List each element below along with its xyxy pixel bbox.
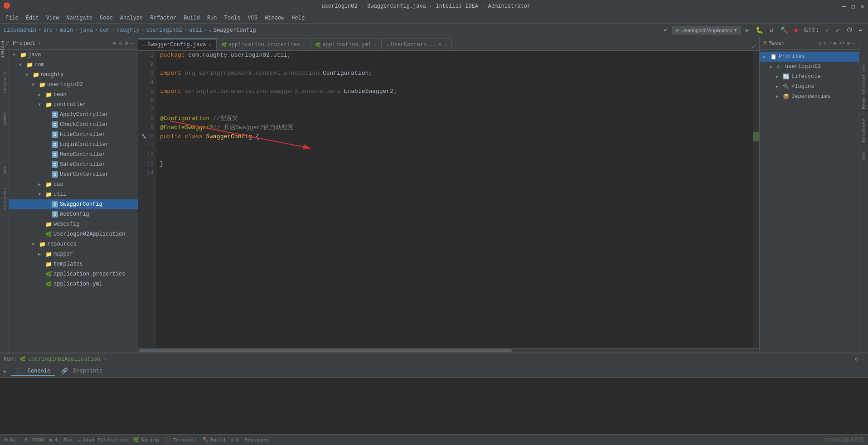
structure-sidebar-icon[interactable]: Structure (1, 70, 8, 96)
maven-userlogin02[interactable]: ▶ 🏷 userlogin02 (760, 62, 859, 72)
run-panel-hide-icon[interactable]: — (861, 356, 864, 363)
nav-history-icon[interactable]: ⏱ (844, 26, 854, 35)
menu-item-build[interactable]: Build (180, 14, 204, 22)
tab-usercontero[interactable]: ☕ UserContero... ▾ ✕ (382, 39, 452, 50)
run-close-icon[interactable]: ✕ (104, 357, 107, 362)
status-git[interactable]: ⑨ Git (4, 437, 19, 443)
breadcrumb-naughty[interactable]: naughty (116, 27, 139, 34)
breadcrumb-userlogin02[interactable]: userlogin02 (146, 27, 182, 34)
maven-add-icon[interactable]: + (829, 40, 832, 47)
tree-resources[interactable]: ▼ 📁 resources (9, 239, 138, 249)
breadcrumb-util[interactable]: util (189, 27, 202, 34)
tab-console[interactable]: ⬛ Console (11, 367, 55, 376)
tab-appyml-close[interactable]: ✕ (374, 42, 377, 48)
tree-webconfig[interactable]: C WebConfig (9, 209, 138, 219)
collapse-icon[interactable]: ⊟ (119, 40, 122, 47)
menu-item-view[interactable]: View (43, 14, 63, 22)
tab-swaggerconfig[interactable]: ☕ SwaggerConfig.java ✕ (138, 39, 217, 50)
tree-dao[interactable]: ▶ 📁 dao (9, 179, 138, 189)
menu-item-code[interactable]: Code (96, 14, 116, 22)
nav-build-icon[interactable]: 🔨 (778, 25, 790, 35)
close-button[interactable]: ✕ (861, 3, 864, 10)
run-config-button[interactable]: ▶ Userlogin02Application ▾ (672, 26, 741, 34)
menu-item-vcs[interactable]: VCS (244, 14, 262, 22)
tree-webcofig[interactable]: 📁 webcofig (9, 219, 138, 229)
maven-plugins[interactable]: ▶ 🔌 Plugins (760, 82, 859, 92)
commit-sidebar-icon[interactable]: Commit (1, 110, 8, 128)
gear-icon[interactable]: ⚙ (125, 40, 128, 47)
tree-userlogin02[interactable]: ▼ 📁 userlogin02 (9, 80, 138, 90)
nav-reload-icon[interactable]: ↺ (768, 25, 775, 35)
status-todo[interactable]: 6: TODO (24, 437, 44, 443)
maven-dependencies[interactable]: ▶ 📦 Dependencies (760, 92, 859, 102)
nav-checkmark-icon[interactable]: ✔ (834, 25, 841, 35)
tab-usercontero-close[interactable]: ✕ (444, 42, 447, 48)
menu-item-analyze[interactable]: Analyze (116, 14, 146, 22)
nav-check-icon[interactable]: ✓ (824, 25, 831, 35)
status-build[interactable]: 🔨 Build (202, 437, 225, 443)
status-messages[interactable]: ✉ 0: Messages (231, 437, 268, 443)
breadcrumb-com[interactable]: com (100, 27, 110, 34)
editor-scrollbar[interactable] (138, 348, 759, 353)
menu-item-navigate[interactable]: Navigate (63, 14, 96, 22)
tree-applycontrpller[interactable]: C ApplyContrpller (9, 110, 138, 120)
tab-appprops-close[interactable]: ✕ (303, 42, 305, 48)
tree-appyml[interactable]: 🌿 application.yml (9, 279, 138, 289)
code-content[interactable]: package com.naughty.userlogin02.util; im… (156, 51, 753, 348)
breadcrumb-main[interactable]: main (60, 27, 73, 34)
database-label[interactable]: Database (861, 118, 867, 142)
favorites-sidebar-icon[interactable]: Favorites (1, 186, 8, 212)
tree-util[interactable]: ▼ 📁 util (9, 189, 138, 199)
tab-swaggerconfig-close[interactable]: ✕ (209, 42, 212, 48)
run-settings-icon[interactable]: ⚙ (855, 356, 858, 363)
tree-filecontroller[interactable]: C FileController (9, 130, 138, 140)
web-sidebar-icon[interactable]: Web (1, 165, 8, 176)
nav-undo-icon[interactable]: ↩ (857, 25, 864, 35)
tree-logincontroller[interactable]: C LoginController (9, 140, 138, 150)
status-terminal[interactable]: ⬛ Terminal (165, 437, 197, 443)
bean-validation-label[interactable]: Bean Validation (861, 64, 867, 109)
project-sidebar-icon[interactable]: 1:Project (0, 39, 10, 60)
maven-download-icon[interactable]: ⬇ (823, 40, 826, 47)
maven-lifecycle[interactable]: ▶ 🔄 Lifecycle (760, 72, 859, 82)
tree-appprops[interactable]: 🌿 application.properties (9, 269, 138, 279)
maximize-button[interactable]: ❐ (851, 3, 855, 10)
tab-appyml[interactable]: 🌿 application.yml ✕ (310, 39, 382, 50)
breadcrumb-cloudadmin[interactable]: cloudadmin (4, 27, 36, 34)
maven-run-icon[interactable]: ▶ (834, 40, 837, 47)
nav-run-icon[interactable]: ▶ (744, 25, 751, 35)
tree-mapper[interactable]: ▶ 📁 mapper (9, 249, 138, 259)
status-run[interactable]: ▶ 4: Run (49, 437, 72, 443)
tree-naughty[interactable]: ▼ 📁 naughty (9, 70, 138, 80)
ant-label[interactable]: Ant (861, 151, 867, 160)
status-java-enterprise[interactable]: ☕ Java Enterprise (78, 437, 128, 443)
menu-item-run[interactable]: Run (204, 14, 221, 22)
menu-item-refactor[interactable]: Refactor (146, 14, 180, 22)
tree-java[interactable]: ▼ 📁 java (9, 50, 138, 60)
menu-item-window[interactable]: Window (261, 14, 288, 22)
tab-appprops[interactable]: 🌿 application.properties ✕ (217, 39, 310, 50)
status-spring[interactable]: 🌿 Spring (133, 437, 159, 443)
tree-checkcontroller[interactable]: C CheckController (9, 120, 138, 130)
breadcrumb-java[interactable]: java (80, 27, 93, 34)
locate-icon[interactable]: ⊕ (113, 40, 116, 47)
nav-back-icon[interactable]: ↶ (662, 25, 669, 35)
tree-bean[interactable]: ▶ 📁 bean (9, 90, 138, 100)
tab-endpoints[interactable]: 🔗 Endpoints (57, 367, 107, 376)
tree-templates[interactable]: 📁 templates (9, 259, 138, 269)
menu-item-help[interactable]: Help (288, 14, 308, 22)
editor-scroll-thumb[interactable] (139, 349, 512, 352)
tree-com[interactable]: ▼ 📁 com (9, 60, 138, 70)
maven-refresh-icon[interactable]: ↺ (818, 40, 821, 47)
maven-gear-icon[interactable]: ⚙ (847, 40, 850, 47)
menu-item-file[interactable]: File (2, 14, 22, 22)
tree-menucontroller[interactable]: C MenuController (9, 150, 138, 160)
breadcrumb-src[interactable]: src (43, 27, 53, 34)
nav-stop-icon[interactable]: ■ (792, 26, 800, 35)
maven-profiles[interactable]: ▶ 📋 Profiles (760, 52, 859, 62)
tree-swaggerconfig[interactable]: C SwaggerConfig (9, 199, 138, 209)
tree-userconteroller[interactable]: C UserConteroller (9, 169, 138, 179)
maven-more-icon[interactable]: >> (839, 40, 845, 47)
panel-hide-icon[interactable]: — (131, 40, 134, 47)
nav-debug-icon[interactable]: 🐛 (754, 25, 765, 35)
